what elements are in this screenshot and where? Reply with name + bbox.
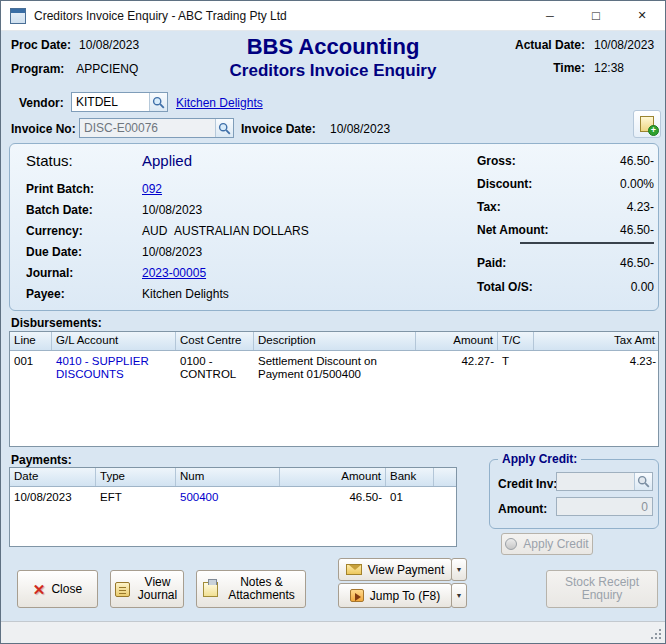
cell-date: 10/08/2023 xyxy=(10,489,96,506)
cell-cost-centre: 0100 - CONTROL xyxy=(176,353,254,383)
payee-value: Kitchen Delights xyxy=(142,287,229,301)
vendor-search-button[interactable] xyxy=(149,93,167,111)
status-bar xyxy=(1,621,665,643)
vendor-input[interactable] xyxy=(72,93,149,111)
credit-inv-search-button[interactable] xyxy=(634,473,652,490)
payments-header: Date Type Num Amount Bank xyxy=(10,468,456,487)
apply-credit-button-label: Apply Credit xyxy=(523,537,588,551)
total-os-value: 0.00 xyxy=(544,280,654,294)
actual-date-value: 10/08/2023 xyxy=(594,38,656,52)
invoice-date-value: 10/08/2023 xyxy=(330,122,390,136)
discount-label: Discount: xyxy=(477,177,532,191)
credit-inv-label: Credit Inv: xyxy=(498,477,557,491)
minimize-icon: ─ xyxy=(546,10,554,22)
invoice-no-field xyxy=(79,118,234,138)
payments-label: Payments: xyxy=(11,453,72,467)
journal-link[interactable]: 2023-00005 xyxy=(142,266,206,280)
apply-credit-icon xyxy=(505,538,517,550)
print-batch-link[interactable]: 092 xyxy=(142,182,162,196)
search-icon xyxy=(218,122,231,135)
time-label: Time: xyxy=(506,61,585,75)
status-label: Status: xyxy=(26,152,73,169)
search-icon xyxy=(152,96,165,109)
gl-account-link[interactable]: 4010 - SUPPLIER DISCOUNTS xyxy=(56,355,149,380)
close-window-button[interactable]: ✕ xyxy=(619,1,665,30)
cell-tax-amt: 4.23- xyxy=(534,353,659,383)
minimize-button[interactable]: ─ xyxy=(527,1,573,30)
chevron-down-icon: ▼ xyxy=(456,592,463,599)
net-amount-rule xyxy=(520,242,654,244)
batch-date-label: Batch Date: xyxy=(26,203,93,217)
cell-amount: 46.50- xyxy=(280,489,386,506)
disbursements-grid: Line G/L Account Cost Centre Description… xyxy=(9,331,659,447)
view-payment-button[interactable]: View Payment xyxy=(338,558,452,581)
currency-code: AUD xyxy=(142,224,167,238)
resize-grip[interactable] xyxy=(659,637,661,639)
window-title: Creditors Invoice Enquiry - ABC Trading … xyxy=(34,9,287,23)
due-date-value: 10/08/2023 xyxy=(142,245,202,259)
vendor-name-link[interactable]: Kitchen Delights xyxy=(176,96,263,110)
stock-receipt-enquiry-button[interactable]: Stock Receipt Enquiry xyxy=(546,570,658,608)
column-header-amount: Amount xyxy=(280,468,386,486)
column-header-date: Date xyxy=(10,468,96,486)
view-payment-dropdown-button[interactable]: ▼ xyxy=(451,558,467,581)
due-date-label: Due Date: xyxy=(26,245,82,259)
column-header-cost-centre: Cost Centre xyxy=(176,332,254,350)
apply-credit-group: Apply Credit: Credit Inv: Amount: xyxy=(489,459,659,529)
jump-icon xyxy=(350,589,364,602)
title-bar[interactable]: Creditors Invoice Enquiry - ABC Trading … xyxy=(1,1,665,31)
column-header-tax-amt: Tax Amt xyxy=(534,332,659,350)
document-plus-icon: + xyxy=(640,116,654,132)
cell-description: Settlement Discount on Payment 01/500400 xyxy=(254,353,416,383)
gross-label: Gross: xyxy=(477,154,516,168)
cell-line: 001 xyxy=(10,353,52,383)
column-header-filler xyxy=(434,468,457,486)
tax-value: 4.23- xyxy=(544,200,654,214)
view-payment-label: View Payment xyxy=(368,563,444,577)
credit-inv-input[interactable] xyxy=(557,473,634,490)
column-header-gl-account: G/L Account xyxy=(52,332,176,350)
column-header-type: Type xyxy=(96,468,176,486)
payment-num-link[interactable]: 500400 xyxy=(180,491,218,503)
net-amount-label: Net Amount: xyxy=(477,223,549,237)
chevron-down-icon: ▼ xyxy=(456,566,463,573)
total-os-label: Total O/S: xyxy=(477,280,533,294)
disbursement-row[interactable]: 001 4010 - SUPPLIER DISCOUNTS 0100 - CON… xyxy=(10,353,658,383)
apply-credit-button[interactable]: Apply Credit xyxy=(501,533,593,555)
payments-grid: Date Type Num Amount Bank 10/08/2023 EFT… xyxy=(9,467,457,547)
jump-to-dropdown-button[interactable]: ▼ xyxy=(451,583,467,608)
view-journal-button[interactable]: View Journal xyxy=(110,570,184,608)
batch-date-value: 10/08/2023 xyxy=(142,203,202,217)
close-button[interactable]: ✕ Close xyxy=(17,570,98,608)
header-right: Actual Date: 10/08/2023 Time: 12:38 xyxy=(506,38,656,84)
paid-label: Paid: xyxy=(477,256,506,270)
maximize-button[interactable]: □ xyxy=(573,1,619,30)
window-controls: ─ □ ✕ xyxy=(527,1,665,30)
close-icon: ✕ xyxy=(33,582,46,597)
column-header-description: Description xyxy=(254,332,416,350)
invoice-no-input[interactable] xyxy=(80,119,215,137)
cell-type: EFT xyxy=(96,489,176,506)
column-header-bank: Bank xyxy=(386,468,434,486)
column-header-num: Num xyxy=(176,468,280,486)
invoice-search-button[interactable] xyxy=(215,119,233,137)
jump-to-label: Jump To (F8) xyxy=(370,589,440,603)
payment-row[interactable]: 10/08/2023 EFT 500400 46.50- 01 xyxy=(10,489,456,506)
stock-receipt-enquiry-label: Stock Receipt Enquiry xyxy=(558,576,646,602)
app-icon xyxy=(10,8,26,24)
gross-value: 46.50- xyxy=(544,154,654,168)
disbursements-label: Disbursements: xyxy=(11,316,102,330)
view-journal-label: View Journal xyxy=(136,576,180,602)
notes-attachments-label: Notes & Attachments xyxy=(224,576,300,602)
invoice-document-button[interactable]: + xyxy=(633,110,661,138)
jump-to-button[interactable]: Jump To (F8) xyxy=(338,583,452,608)
notes-attachments-button[interactable]: Notes & Attachments xyxy=(196,570,306,608)
status-panel: Status: Applied Print Batch: 092 Batch D… xyxy=(9,143,659,311)
credit-amount-input[interactable] xyxy=(557,498,652,515)
discount-value: 0.00% xyxy=(544,177,654,191)
credit-inv-field xyxy=(556,472,653,491)
status-value: Applied xyxy=(142,152,192,169)
maximize-icon: □ xyxy=(592,8,600,23)
cell-tc: T xyxy=(498,353,534,383)
net-amount-value: 46.50- xyxy=(544,223,654,237)
